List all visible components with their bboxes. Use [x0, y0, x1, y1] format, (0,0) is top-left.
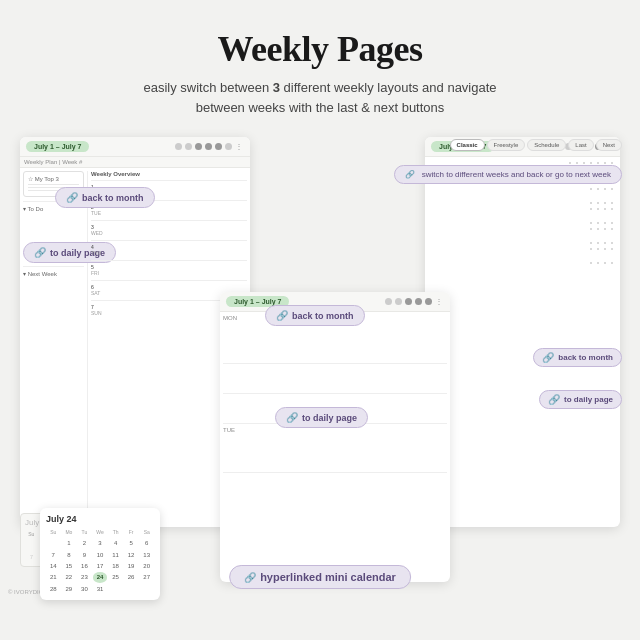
icon-dot-4: [205, 143, 212, 150]
link-icon-calendar: 🔗: [244, 572, 256, 583]
link-icon-back-left: 🔗: [66, 192, 78, 203]
back-to-month-overlay-right[interactable]: 🔗 back to month: [533, 347, 622, 367]
icon-dot-5: [215, 143, 222, 150]
to-daily-overlay-right[interactable]: 🔗 to daily page: [539, 389, 622, 409]
nav-classic[interactable]: Classic: [450, 139, 485, 151]
day-row-wed: 3WED: [91, 220, 247, 240]
middle-panel: July 1 – July 7 ⋮ MON TUE: [220, 292, 450, 582]
link-icon-daily-middle: 🔗: [286, 412, 298, 423]
left-panel-icons: ⋮: [175, 142, 244, 151]
day-row-thu: 4THU: [91, 240, 247, 260]
nav-next[interactable]: Next: [596, 139, 622, 151]
right-panel-body: [425, 157, 620, 517]
calendar-today: 24: [93, 572, 108, 582]
icon-dot-6: [225, 143, 232, 150]
bottom-hyperlink-btn-container: 🔗 hyperlinked mini calendar: [229, 565, 411, 589]
content-area: July 1 – July 7 ⋮ Weekly Plan | Week # ☆…: [0, 137, 640, 597]
next-week-section: ▾ Next Week: [23, 266, 84, 277]
right-panel: July 1 – July 7 ⋮: [425, 137, 620, 527]
back-to-month-overlay-middle[interactable]: 🔗 back to month: [265, 305, 365, 326]
mp-icon-2: [395, 298, 402, 305]
nav-last[interactable]: Last: [568, 139, 593, 151]
hyperlinked-mini-calendar-btn[interactable]: 🔗 hyperlinked mini calendar: [229, 565, 411, 589]
left-panel-body: ☆ My Top 3 ▾ To Do 🔗 to daily page: [20, 168, 250, 527]
three-dots-middle: ⋮: [435, 297, 444, 306]
week-nav-container: Classic Freestyle Schedule Last Next: [450, 139, 622, 151]
page-title: Weekly Pages: [20, 28, 620, 70]
mp-icon-1: [385, 298, 392, 305]
left-column: ☆ My Top 3 ▾ To Do 🔗 to daily page: [23, 171, 88, 525]
link-icon-daily-right: 🔗: [548, 394, 560, 405]
nav-freestyle[interactable]: Freestyle: [487, 139, 526, 151]
mp-icon-3: [405, 298, 412, 305]
icon-dot-3: [195, 143, 202, 150]
switch-weeks-box: 🔗 switch to different weeks and back or …: [394, 165, 622, 184]
link-icon-back-middle: 🔗: [276, 310, 288, 321]
mp-icon-5: [425, 298, 432, 305]
calendar-main: July 24 Su Mo Tu We Th Fr Sa 1 2 3 4 5 6…: [40, 508, 160, 600]
page-header: Weekly Pages easily switch between 3 dif…: [0, 0, 640, 127]
day-row-fri: 5FRI: [91, 260, 247, 280]
middle-panel-icons: ⋮: [385, 297, 444, 306]
calendar-grid: Su Mo Tu We Th Fr Sa 1 2 3 4 5 6 7 8 9 1…: [46, 528, 154, 594]
three-dots-left: ⋮: [235, 142, 244, 151]
mp-icon-4: [415, 298, 422, 305]
link-icon-daily-left: 🔗: [34, 247, 46, 258]
link-icon-back-right: 🔗: [542, 352, 554, 363]
page-subtitle: easily switch between 3 different weekly…: [20, 78, 620, 117]
back-to-month-overlay-left[interactable]: 🔗 back to month: [55, 187, 155, 208]
dot-row-11: [428, 260, 617, 266]
nav-schedule[interactable]: Schedule: [527, 139, 566, 151]
todo-section: ▾ To Do 🔗 to daily page: [23, 201, 84, 263]
icon-dot-1: [175, 143, 182, 150]
mini-calendar-area: July 24 Su Mo Tu We Th Fr Sa 1 2 3 4 5 6…: [20, 513, 125, 567]
link-icon-switch: 🔗: [405, 170, 415, 179]
icon-dot-2: [185, 143, 192, 150]
left-subnav: Weekly Plan | Week #: [20, 157, 250, 168]
middle-panel-body: MON TUE: [220, 312, 450, 572]
to-daily-overlay-middle[interactable]: 🔗 to daily page: [275, 407, 368, 428]
left-date-pill: July 1 – July 7: [26, 141, 89, 152]
left-panel-header: July 1 – July 7 ⋮: [20, 137, 250, 157]
